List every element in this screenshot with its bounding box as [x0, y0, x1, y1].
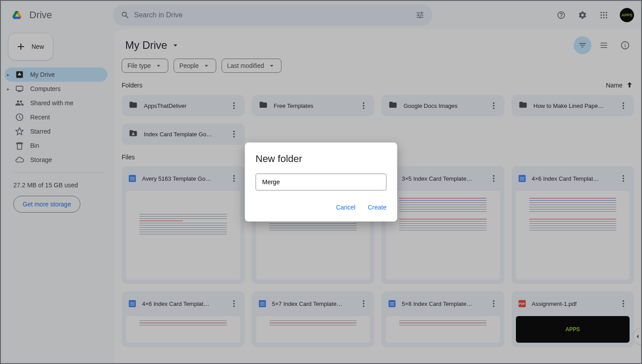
svg-point-4: [603, 14, 604, 16]
folder-name: How to Make Lined Pape…: [534, 103, 610, 109]
more-icon[interactable]: [227, 171, 241, 186]
chevron-down-icon: [171, 41, 180, 50]
file-card[interactable]: Avery 5163 Template Go…: [122, 166, 245, 284]
search-icon[interactable]: [116, 6, 134, 24]
folder-card[interactable]: Google Docs Images: [381, 95, 504, 116]
header: Drive APPS: [1, 1, 641, 29]
divider: [13, 172, 104, 173]
folder-icon: [129, 100, 138, 111]
filter-icon[interactable]: [574, 36, 591, 54]
more-icon[interactable]: [487, 297, 501, 311]
more-icon[interactable]: [616, 171, 630, 186]
svg-point-7: [603, 17, 604, 18]
filter-chip-people[interactable]: People: [174, 59, 216, 73]
svg-point-1: [603, 12, 604, 13]
file-name: 4×6 Index Card Templat…: [532, 175, 610, 182]
chevron-right-icon[interactable]: ▸: [7, 87, 9, 91]
nav-label: Recent: [30, 114, 50, 121]
file-name: 3×5 Index Card Template…: [402, 175, 480, 182]
help-icon[interactable]: [552, 6, 570, 24]
more-icon[interactable]: [227, 127, 241, 141]
docs-icon: [259, 300, 266, 307]
svg-point-48: [622, 301, 624, 302]
sidebar-item-bin[interactable]: Bin: [4, 138, 107, 153]
sort-button[interactable]: Name: [606, 81, 634, 90]
svg-point-46: [493, 303, 494, 304]
file-card[interactable]: 5×8 Index Card Template…: [381, 291, 504, 347]
breadcrumb[interactable]: My Drive: [122, 37, 183, 53]
search-input[interactable]: [134, 11, 411, 19]
filter-chip-last-modified[interactable]: Last modified: [222, 59, 281, 73]
folder-card[interactable]: Free Templates: [252, 95, 375, 116]
more-icon[interactable]: [487, 99, 501, 113]
svg-point-25: [233, 133, 234, 135]
more-icon[interactable]: [616, 297, 630, 311]
folder-card[interactable]: How to Make Lined Pape…: [511, 95, 634, 116]
file-card[interactable]: 4×6 Index Card Templat…: [122, 291, 245, 347]
nav-label: Storage: [30, 156, 52, 163]
more-icon[interactable]: [227, 297, 241, 311]
nav-label: Shared with me: [30, 99, 73, 107]
search-options-icon[interactable]: [411, 6, 429, 24]
more-icon[interactable]: [357, 297, 371, 311]
more-icon[interactable]: [227, 99, 241, 113]
header-tools: APPS: [552, 6, 634, 24]
list-view-icon[interactable]: [595, 36, 613, 54]
folder-name: Index Card Template Go…: [144, 131, 221, 138]
sidebar-item-computers[interactable]: ▸Computers: [4, 82, 107, 96]
settings-icon[interactable]: [574, 6, 591, 24]
main-header: My Drive: [122, 36, 634, 54]
new-button[interactable]: New: [8, 33, 53, 60]
folder-name-input[interactable]: [256, 174, 387, 190]
cancel-button[interactable]: Cancel: [336, 204, 356, 211]
create-button[interactable]: Create: [368, 204, 386, 211]
file-thumbnail: [126, 191, 240, 280]
svg-point-36: [622, 175, 624, 177]
svg-point-42: [363, 301, 364, 302]
svg-point-29: [233, 180, 234, 182]
star-icon: [15, 127, 24, 136]
sidebar-item-my-drive[interactable]: ▸My Drive: [4, 67, 107, 82]
svg-point-38: [622, 180, 624, 182]
more-icon[interactable]: [487, 171, 501, 186]
sidebar-item-starred[interactable]: Starred: [4, 124, 107, 138]
svg-point-43: [363, 303, 364, 304]
svg-point-19: [493, 107, 494, 109]
account-avatar[interactable]: APPS: [620, 8, 634, 22]
more-icon[interactable]: [357, 99, 371, 113]
folders-grid: AppsThatDeliverFree TemplatesGoogle Docs…: [122, 95, 634, 145]
svg-point-44: [363, 305, 364, 307]
computer-icon: [15, 84, 24, 93]
apps-icon[interactable]: [595, 6, 613, 24]
folder-card[interactable]: Index Card Template Go…: [122, 123, 245, 145]
drive-logo-icon[interactable]: [8, 6, 26, 24]
file-card[interactable]: PDFAssignment-1.pdfAPPS: [511, 291, 634, 347]
logo-area: Drive: [8, 6, 113, 24]
svg-point-3: [601, 14, 602, 16]
more-icon[interactable]: [616, 99, 630, 113]
file-card[interactable]: 3×5 Index Card Template…: [381, 166, 504, 284]
docs-icon: [129, 175, 136, 182]
sidebar-item-shared-with-me[interactable]: Shared with me: [4, 96, 107, 110]
svg-point-21: [622, 105, 624, 106]
filter-chip-file-type[interactable]: File type: [122, 59, 168, 73]
file-card[interactable]: 5×7 Index Card Template…: [252, 291, 375, 347]
sidebar-item-storage[interactable]: Storage: [4, 153, 107, 167]
get-storage-button[interactable]: Get more storage: [13, 196, 80, 213]
dialog-title: New folder: [256, 153, 387, 165]
folder-card[interactable]: AppsThatDeliver: [122, 95, 245, 116]
info-icon[interactable]: [616, 36, 634, 54]
file-card[interactable]: 4×6 Index Card Templat…: [511, 166, 634, 284]
file-thumbnail: [516, 191, 630, 280]
svg-point-28: [233, 178, 234, 179]
file-name: 5×7 Index Card Template…: [272, 301, 351, 307]
chevron-right-icon[interactable]: ▸: [7, 72, 9, 77]
folder-name: Google Docs Images: [404, 103, 480, 109]
svg-point-20: [622, 103, 624, 104]
filter-chips: File typePeopleLast modified: [122, 59, 634, 73]
new-folder-dialog: New folder Cancel Create: [245, 142, 397, 222]
svg-point-12: [233, 105, 234, 106]
folder-icon: [388, 100, 397, 111]
sidebar-item-recent[interactable]: Recent: [4, 110, 107, 124]
breadcrumb-label: My Drive: [125, 39, 167, 51]
